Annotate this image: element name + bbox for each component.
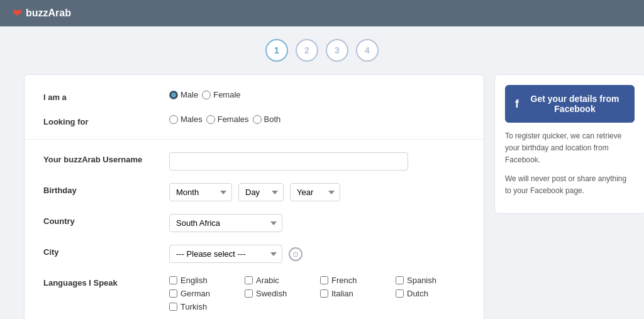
lang-english-label[interactable]: English	[169, 276, 238, 285]
city-label: City	[43, 245, 169, 257]
username-row: Your buzzArab Username	[43, 152, 465, 171]
languages-label: Languages I Speak	[43, 276, 169, 288]
step-3[interactable]: 3	[326, 39, 348, 62]
heart-icon: ❤	[13, 6, 22, 20]
location-icon[interactable]: ⊙	[289, 247, 303, 261]
lang-german-checkbox[interactable]	[169, 289, 177, 298]
gender-female-radio[interactable]	[202, 91, 211, 99]
country-label: Country	[43, 214, 169, 226]
lang-swedish-checkbox[interactable]	[245, 289, 253, 298]
sidebar-info-card: f Get your details from Facebook To regi…	[494, 74, 644, 214]
city-controls: --- Please select --- Cape Town Johannes…	[169, 245, 465, 263]
lang-dutch-checkbox[interactable]	[396, 289, 404, 298]
lang-swedish-text: Swedish	[256, 289, 287, 298]
lang-english-checkbox[interactable]	[169, 276, 177, 284]
sidebar-info-text1: To register quicker, we can retrieve you…	[505, 130, 635, 167]
lookingfor-females-label[interactable]: Females	[206, 115, 249, 124]
country-select[interactable]: South Africa United States United Kingdo…	[169, 214, 282, 232]
languages-row: Languages I Speak English Arabic French …	[43, 276, 465, 311]
gender-female-text: Female	[213, 90, 240, 99]
iam-label: I am a	[43, 90, 169, 102]
lang-arabic-text: Arabic	[256, 276, 279, 285]
lang-turkish-text: Turkish	[180, 302, 207, 311]
birthday-label: Birthday	[43, 183, 169, 195]
logo-text: buzzArab	[26, 8, 71, 19]
lang-french-label[interactable]: French	[320, 276, 389, 285]
lang-arabic-checkbox[interactable]	[245, 276, 253, 284]
birthday-month-select[interactable]: Month JanuaryFebruaryMarch AprilMayJune …	[169, 183, 232, 201]
lang-english-text: English	[180, 276, 208, 285]
lang-italian-label[interactable]: Italian	[320, 289, 389, 298]
lang-french-checkbox[interactable]	[320, 276, 328, 284]
gender-male-text: Male	[180, 90, 198, 99]
sidebar-card: f Get your details from Facebook To regi…	[494, 74, 644, 319]
languages-controls: English Arabic French Spanish German Swe…	[169, 276, 465, 311]
sidebar-info-text2: We will never post or share anything to …	[505, 173, 635, 197]
lang-spanish-text: Spanish	[407, 276, 436, 285]
birthday-controls: Month JanuaryFebruaryMarch AprilMayJune …	[169, 183, 465, 201]
header: ❤ buzzArab	[0, 0, 644, 26]
birthday-day-select[interactable]: Day for(let i=1;i<=31;i++) document.writ…	[238, 183, 284, 201]
step-1[interactable]: 1	[265, 39, 288, 62]
gender-female-label[interactable]: Female	[202, 90, 240, 99]
step-2[interactable]: 2	[296, 39, 318, 62]
gender-male-label[interactable]: Male	[169, 90, 198, 99]
lookingfor-males-radio[interactable]	[169, 115, 178, 124]
lang-turkish-checkbox[interactable]	[169, 303, 177, 311]
divider1	[25, 139, 484, 140]
username-controls	[169, 152, 465, 171]
lang-italian-text: Italian	[331, 289, 353, 298]
lookingfor-males-label[interactable]: Males	[169, 115, 203, 124]
lang-arabic-label[interactable]: Arabic	[245, 276, 314, 285]
lang-dutch-label[interactable]: Dutch	[396, 289, 465, 298]
lang-spanish-checkbox[interactable]	[396, 276, 404, 284]
lookingfor-label: Looking for	[43, 115, 169, 126]
lang-italian-checkbox[interactable]	[320, 289, 328, 298]
lang-swedish-label[interactable]: Swedish	[245, 289, 314, 298]
lang-spanish-label[interactable]: Spanish	[396, 276, 465, 285]
username-label: Your buzzArab Username	[43, 152, 169, 164]
birthday-year-select[interactable]: Year for(let y=2006;y>=1920;y--) documen…	[290, 183, 340, 201]
lookingfor-controls: Males Females Both	[169, 115, 465, 124]
lookingfor-females-radio[interactable]	[206, 115, 215, 124]
lookingfor-males-text: Males	[180, 115, 203, 124]
lookingfor-both-radio[interactable]	[253, 115, 262, 124]
iam-row: I am a Male Female	[43, 90, 465, 102]
birthday-row: Birthday Month JanuaryFebruaryMarch Apri…	[43, 183, 465, 201]
logo: ❤ buzzArab	[13, 6, 71, 20]
lang-dutch-text: Dutch	[407, 289, 428, 298]
country-controls: South Africa United States United Kingdo…	[169, 214, 465, 232]
step-4[interactable]: 4	[356, 39, 379, 62]
country-row: Country South Africa United States Unite…	[43, 214, 465, 232]
facebook-icon: f	[515, 98, 519, 111]
gender-male-radio[interactable]	[169, 91, 178, 99]
facebook-btn-label: Get your details from Facebook	[525, 94, 625, 114]
lang-german-text: German	[180, 289, 210, 298]
lookingfor-both-label[interactable]: Both	[253, 115, 281, 124]
form-card: I am a Male Female Looking for Males	[24, 74, 484, 319]
languages-grid: English Arabic French Spanish German Swe…	[169, 276, 465, 311]
lookingfor-row: Looking for Males Females Both	[43, 115, 465, 126]
main-layout: I am a Male Female Looking for Males	[14, 74, 630, 319]
lang-french-text: French	[331, 276, 357, 285]
lang-german-label[interactable]: German	[169, 289, 238, 298]
steps-bar: 1 2 3 4	[0, 26, 644, 74]
city-row: City --- Please select --- Cape Town Joh…	[43, 245, 465, 263]
lookingfor-both-text: Both	[264, 115, 281, 124]
lookingfor-females-text: Females	[218, 115, 249, 124]
facebook-button[interactable]: f Get your details from Facebook	[505, 85, 635, 123]
city-select[interactable]: --- Please select --- Cape Town Johannes…	[169, 245, 282, 263]
username-input[interactable]	[169, 152, 408, 171]
lang-turkish-label[interactable]: Turkish	[169, 302, 238, 311]
gender-controls: Male Female	[169, 90, 465, 99]
